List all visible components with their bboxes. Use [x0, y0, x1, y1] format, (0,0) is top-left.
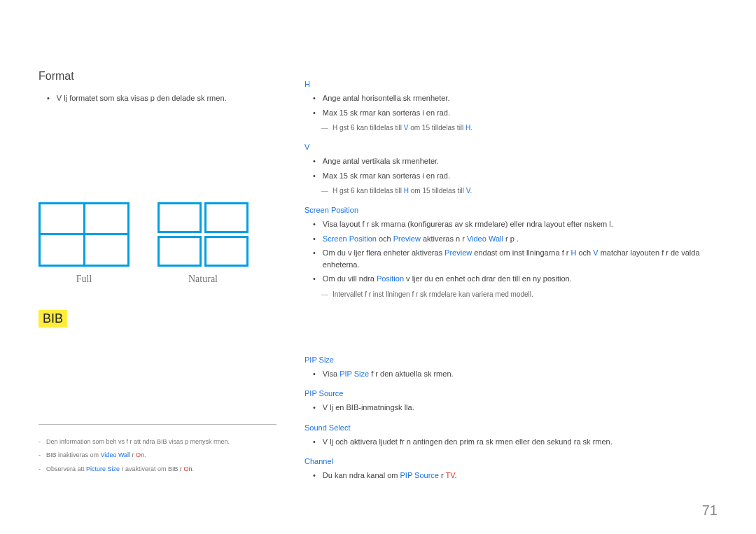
- t: TV: [446, 471, 455, 479]
- t: aktiveras n r: [421, 234, 467, 243]
- t: och: [576, 248, 593, 257]
- t: f r den aktuella sk rmen.: [369, 370, 453, 378]
- text: H gst 6 kan tilldelas till H om 15 tilld…: [332, 185, 718, 196]
- footnote-1: Den information som beh vs f r att ndra …: [38, 437, 276, 447]
- text: H gst 6 kan tilldelas till V om 15 tilld…: [332, 122, 718, 133]
- t: Om du vill ndra: [323, 274, 377, 283]
- t: om 15 tilldelas till: [409, 187, 466, 195]
- v-note: H gst 6 kan tilldelas till H om 15 tilld…: [321, 185, 718, 196]
- grid-natural-icon: [158, 202, 248, 267]
- text: Observera att Picture Size r avaktiverat…: [46, 465, 276, 475]
- t: r p .: [503, 234, 519, 243]
- t: BIB inaktiveras om: [46, 451, 101, 458]
- pip-source-heading: PIP Source: [304, 389, 718, 398]
- t: r: [130, 451, 136, 458]
- text: V lj och aktivera ljudet fr n antingen d…: [323, 436, 718, 448]
- grid-cell: [41, 235, 83, 265]
- channel-heading: Channel: [304, 457, 718, 465]
- text: Screen Position och Preview aktiveras n …: [323, 233, 718, 245]
- heading-format: Format: [38, 70, 276, 83]
- text: Intervallet f r inst llningen f r sk rmd…: [332, 289, 718, 300]
- t: och: [377, 234, 393, 243]
- t: Screen Position: [323, 234, 377, 243]
- pip-source-bullet: V lj en BIB-inmatningsk lla.: [313, 402, 718, 414]
- grid-cell: [158, 202, 202, 233]
- t: Picture Size: [86, 465, 120, 472]
- diagram-full-label: Full: [38, 274, 130, 285]
- channel-bullet: Du kan ndra kanal om PIP Source r TV.: [313, 470, 718, 482]
- diagram-full: Full: [38, 202, 130, 285]
- grid-cell: [41, 204, 83, 234]
- grid-cell: [204, 236, 248, 267]
- diagram-natural-label: Natural: [158, 274, 248, 285]
- t: .: [192, 465, 195, 472]
- t: om 15 tilldelas till: [408, 124, 465, 132]
- pip-size-bullet: Visa PIP Size f r den aktuella sk rmen.: [313, 368, 718, 380]
- text: Ange antal vertikala sk rmenheter.: [323, 155, 718, 167]
- grid-cell: [85, 235, 128, 265]
- sp-bullet-4: Om du vill ndra Position v ljer du en en…: [313, 273, 718, 285]
- t: Preview: [444, 248, 472, 257]
- t: Du kan ndra kanal om: [323, 471, 400, 479]
- t: r: [439, 471, 446, 479]
- t: Position: [377, 274, 404, 283]
- t: PIP Source: [400, 471, 439, 479]
- text: Den information som beh vs f r att ndra …: [46, 437, 276, 447]
- t: .: [144, 451, 146, 458]
- t: Visa: [323, 370, 340, 378]
- sp-note: Intervallet f r inst llningen f r sk rmd…: [321, 289, 718, 300]
- t: Om du v ljer flera enheter aktiveras: [323, 248, 444, 257]
- footnote-3: Observera att Picture Size r avaktiverat…: [38, 465, 276, 475]
- t: .: [470, 187, 472, 195]
- v-bullet-2: Max 15 sk rmar kan sorteras i en rad.: [313, 170, 718, 182]
- t: PIP Size: [340, 370, 369, 378]
- sp-bullet-1: Visa layout f r sk rmarna (konfigureras …: [313, 218, 718, 230]
- screen-position-heading: Screen Position: [304, 206, 718, 214]
- text: Max 15 sk rmar kan sorteras i en rad.: [323, 170, 718, 182]
- text: Visa layout f r sk rmarna (konfigureras …: [323, 218, 718, 230]
- diagram-natural: Natural: [158, 202, 248, 285]
- t: r avaktiverat om BIB r: [120, 465, 184, 472]
- t: V: [593, 248, 598, 257]
- t: v ljer du en enhet och drar den till en …: [404, 274, 572, 283]
- h-note: H gst 6 kan tilldelas till V om 15 tilld…: [321, 122, 718, 133]
- t: On: [136, 451, 144, 458]
- text: Visa PIP Size f r den aktuella sk rmen.: [323, 368, 718, 380]
- format-bullet-text: V lj formatet som ska visas p den delade…: [57, 92, 276, 104]
- text: Du kan ndra kanal om PIP Source r TV.: [323, 470, 718, 482]
- t: Observera att: [46, 465, 86, 472]
- t: On: [184, 465, 192, 472]
- sound-bullet: V lj och aktivera ljudet fr n antingen d…: [313, 436, 718, 448]
- t: Preview: [393, 234, 421, 243]
- text: V lj en BIB-inmatningsk lla.: [323, 402, 718, 414]
- t: H: [404, 187, 409, 195]
- t: endast om inst llningarna f r: [472, 248, 570, 257]
- format-diagrams: Full Natural: [38, 202, 276, 285]
- text: BIB inaktiveras om Video Wall r On.: [46, 451, 276, 461]
- v-heading: V: [304, 143, 718, 151]
- footnote-2: BIB inaktiveras om Video Wall r On.: [38, 451, 276, 461]
- grid-cell: [85, 204, 128, 234]
- h-heading: H: [304, 80, 718, 88]
- h-bullet-2: Max 15 sk rmar kan sorteras i en rad.: [313, 107, 718, 119]
- page-number: 71: [702, 503, 718, 519]
- t: .: [470, 124, 472, 132]
- text: Om du vill ndra Position v ljer du en en…: [323, 273, 718, 285]
- sp-bullet-2: Screen Position och Preview aktiveras n …: [313, 233, 718, 245]
- grid-cell: [204, 202, 248, 233]
- footnotes: Den information som beh vs f r att ndra …: [38, 424, 276, 479]
- text: Ange antal horisontella sk rmenheter.: [323, 92, 718, 104]
- text: Max 15 sk rmar kan sorteras i en rad.: [323, 107, 718, 119]
- grid-cell: [158, 236, 202, 267]
- t: .: [455, 471, 457, 479]
- v-bullet-1: Ange antal vertikala sk rmenheter.: [313, 155, 718, 167]
- heading-bib: BIB: [38, 310, 67, 328]
- text: Om du v ljer flera enheter aktiveras Pre…: [323, 247, 718, 270]
- pip-size-heading: PIP Size: [304, 356, 718, 364]
- sp-bullet-3: Om du v ljer flera enheter aktiveras Pre…: [313, 247, 718, 270]
- t: H gst 6 kan tilldelas till: [332, 187, 404, 195]
- grid-full-icon: [38, 202, 130, 267]
- t: Video Wall: [101, 451, 131, 458]
- t: H gst 6 kan tilldelas till: [332, 124, 404, 132]
- format-bullet: V lj formatet som ska visas p den delade…: [47, 92, 276, 104]
